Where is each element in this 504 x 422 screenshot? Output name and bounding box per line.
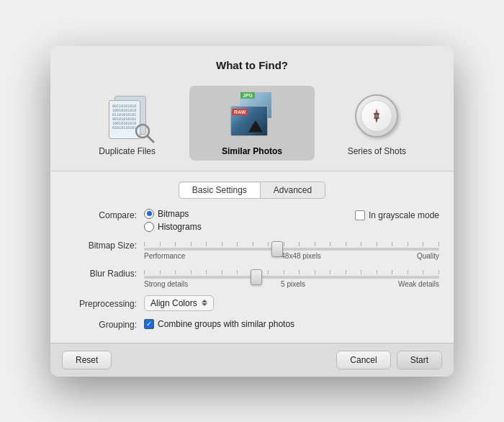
blur-radius-center-label: 5 pixels (281, 280, 305, 288)
grayscale-label: In grayscale mode (369, 210, 439, 220)
bird-silhouette (247, 120, 264, 133)
radio-bitmaps[interactable]: Bitmaps (144, 209, 202, 219)
bitmap-size-thumb[interactable] (271, 241, 283, 257)
svg-line-1 (148, 136, 153, 142)
jpg-tag: JPG (240, 92, 255, 99)
blur-radius-right-label: Weak details (398, 280, 439, 288)
dialog-title: What to Find? (50, 46, 454, 78)
similar-photos-icon: JPG RAW (226, 90, 278, 142)
footer: Reset Cancel Start (50, 343, 454, 377)
blur-radius-row: Blur Radius: (65, 267, 439, 288)
preprocessing-select[interactable]: Align Colors (144, 295, 214, 311)
grouping-label: Grouping: (65, 318, 144, 330)
category-series-of-shots[interactable]: Series of Shots (315, 86, 439, 161)
tab-basic-settings[interactable]: Basic Settings (179, 181, 260, 199)
bitmap-size-labels: Performance 48x48 pixels Quality (144, 252, 439, 260)
radio-bitmaps-label: Bitmaps (158, 209, 189, 219)
blur-radius-content: Strong details 5 pixels Weak details (144, 267, 439, 288)
series-of-shots-icon (351, 90, 402, 142)
blur-radius-label: Blur Radius: (65, 267, 144, 279)
grayscale-checkbox[interactable] (355, 210, 365, 220)
preprocessing-row: Preprocessing: Align Colors (65, 295, 439, 311)
checkmark-icon: ✓ (146, 320, 152, 328)
compare-radio-group: Bitmaps Histograms (144, 209, 202, 232)
bitmap-size-track[interactable] (144, 248, 439, 251)
raw-tag: RAW (232, 109, 248, 115)
blur-radius-thumb[interactable] (251, 269, 262, 285)
compare-content: Bitmaps Histograms In grayscale mode (144, 209, 439, 232)
blur-radius-slider-container: Strong details 5 pixels Weak details (144, 267, 439, 288)
bitmap-size-slider-container: Performance 48x48 pixels Quality (144, 239, 439, 260)
bitmap-size-content: Performance 48x48 pixels Quality (144, 239, 439, 260)
grouping-checkbox-label: Combine groups with similar photos (158, 319, 294, 329)
cancel-button[interactable]: Cancel (336, 351, 390, 369)
magnifier-icon (133, 122, 156, 145)
preprocessing-label: Preprocessing: (65, 297, 144, 309)
grouping-checkbox[interactable]: ✓ (144, 319, 154, 329)
start-button[interactable]: Start (397, 351, 442, 369)
bitmap-size-right-label: Quality (417, 252, 439, 260)
bitmap-size-center-label: 48x48 pixels (281, 252, 321, 260)
select-arrows-icon (202, 300, 207, 306)
series-of-shots-label: Series of Shots (348, 146, 406, 156)
radio-histograms[interactable]: Histograms (144, 222, 202, 232)
similar-photos-label: Similar Photos (222, 146, 282, 156)
reset-button[interactable]: Reset (62, 351, 112, 369)
duplicate-files-icon: 0011010101010010101010011010101010010101… (102, 90, 153, 142)
blur-radius-labels: Strong details 5 pixels Weak details (144, 280, 439, 288)
radio-bitmaps-circle[interactable] (144, 209, 154, 219)
footer-right: Cancel Start (336, 351, 442, 369)
grouping-row: Grouping: ✓ Combine groups with similar … (65, 318, 439, 330)
radio-histograms-circle[interactable] (144, 222, 154, 232)
tab-row: Basic Settings Advanced (65, 181, 439, 199)
bitmap-size-row: Bitmap Size: (65, 239, 439, 260)
duplicate-files-label: Duplicate Files (99, 146, 156, 156)
compare-row: Compare: Bitmaps Histograms (65, 209, 439, 232)
blur-radius-track[interactable] (144, 276, 439, 279)
blur-radius-ticks (144, 270, 439, 276)
radio-histograms-label: Histograms (158, 222, 202, 232)
category-duplicate-files[interactable]: 0011010101010010101010011010101010010101… (65, 86, 189, 161)
grouping-checkbox-group[interactable]: ✓ Combine groups with similar photos (144, 319, 439, 329)
bitmap-size-label: Bitmap Size: (65, 239, 144, 251)
select-arrow-down-icon (202, 303, 207, 306)
category-row: 0011010101010010101010011010101010010101… (50, 78, 454, 171)
bitmap-size-ticks (144, 242, 439, 248)
grayscale-check[interactable]: In grayscale mode (355, 210, 439, 220)
select-arrow-up-icon (202, 300, 207, 302)
compare-label: Compare: (65, 209, 144, 220)
what-to-find-dialog: What to Find? 00110101010100101010100110… (50, 46, 454, 377)
bitmap-size-left-label: Performance (144, 252, 185, 260)
settings-area: Basic Settings Advanced Compare: Bitmaps… (50, 171, 454, 343)
preprocessing-content: Align Colors (144, 295, 439, 311)
blur-radius-left-label: Strong details (144, 280, 188, 288)
tab-advanced[interactable]: Advanced (260, 181, 325, 199)
category-similar-photos[interactable]: JPG RAW Similar Photos (189, 86, 314, 161)
preprocessing-value: Align Colors (150, 298, 197, 308)
grouping-content: ✓ Combine groups with similar photos (144, 319, 439, 329)
